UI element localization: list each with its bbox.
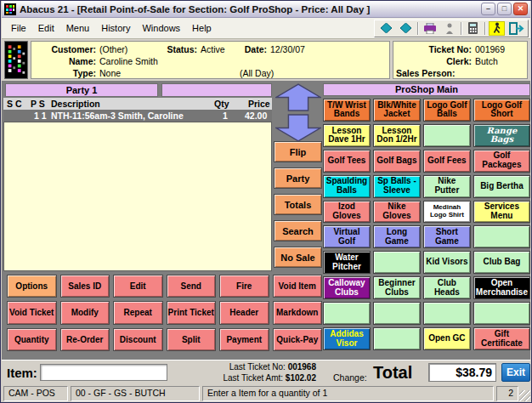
- scroll-up-icon[interactable]: [275, 83, 321, 111]
- action-re-order-button[interactable]: Re-Order: [60, 328, 110, 351]
- prod-blk-white-jacket-button[interactable]: Blk/White Jacket: [373, 99, 421, 122]
- action-sales-id-button[interactable]: Sales ID: [60, 275, 110, 298]
- prod-open-gc-button[interactable]: Open GC: [423, 327, 471, 350]
- prod-blank-button-35[interactable]: [473, 302, 530, 325]
- prod-sp-balls-sleeve-button[interactable]: Sp Balls - Sleeve: [373, 175, 421, 198]
- main-area: Party 1 S C P S Description Qty Price 1 …: [2, 81, 530, 360]
- prod-blank-button-23[interactable]: [473, 225, 530, 248]
- prod-nike-putter-button[interactable]: Nike Putter: [423, 175, 471, 198]
- action-send-button[interactable]: Send: [167, 275, 217, 298]
- prod-golf-tees-button[interactable]: Golf Tees: [323, 150, 371, 173]
- prod-blank-button-32[interactable]: [323, 302, 371, 325]
- prod-t-w-wrist-bands-button[interactable]: T/W Wrist Bands: [323, 99, 371, 122]
- prod-beginner-clubs-button[interactable]: Beginner Clubs: [373, 276, 421, 299]
- action-markdown-button[interactable]: Markdown: [273, 301, 323, 324]
- prod-logo-golf-balls-button[interactable]: Logo Golf Balls: [423, 99, 471, 122]
- prod-izod-gloves-button[interactable]: Izod Gloves: [323, 201, 371, 224]
- last-ticket-no-value: 001968: [288, 362, 316, 372]
- prod-services-menu-button[interactable]: Services Menu: [473, 201, 530, 224]
- item-input[interactable]: [40, 364, 167, 381]
- action-options-button[interactable]: Options: [7, 275, 57, 298]
- resize-grip[interactable]: [519, 390, 530, 401]
- menu-windows[interactable]: Windows: [136, 20, 186, 37]
- calculator-icon[interactable]: [465, 21, 481, 36]
- col-sc: S C: [7, 99, 22, 109]
- prod-long-game-button[interactable]: Long Game: [373, 225, 421, 248]
- last-ticket-info: Last Ticket No: 001968 Last Ticket Amt: …: [176, 362, 316, 383]
- prod-big-bertha-button[interactable]: Big Bertha: [473, 175, 530, 198]
- action-print-ticket-button[interactable]: Print Ticket: [167, 301, 217, 324]
- print-icon[interactable]: [422, 21, 438, 36]
- prod-water-pitcher-button[interactable]: Water Pitcher: [323, 251, 371, 274]
- prod-calloway-clubs-button[interactable]: Calloway Clubs: [323, 276, 371, 299]
- action-void-item-button[interactable]: Void Item: [273, 275, 323, 298]
- action-header-button[interactable]: Header: [219, 301, 269, 324]
- menu-history[interactable]: History: [95, 20, 136, 37]
- change-label: Change:: [333, 372, 367, 383]
- walkout-icon[interactable]: [489, 21, 505, 36]
- nav-flip-button[interactable]: Flip: [274, 141, 322, 162]
- toolbar-divider: [484, 22, 485, 35]
- forward-icon[interactable]: [398, 21, 414, 36]
- prod-golf-bags-button[interactable]: Golf Bags: [373, 150, 421, 173]
- action-button-grid: OptionsSales IDEditSendFireVoid ItemVoid…: [7, 275, 322, 351]
- nav-totals-button[interactable]: Totals: [274, 194, 322, 215]
- col-ps: P S: [31, 99, 45, 109]
- close-button[interactable]: ✕: [513, 3, 528, 15]
- prod-nike-gloves-button[interactable]: Nike Gloves: [373, 201, 421, 224]
- prod-range-bags-button[interactable]: Range Bags: [473, 124, 530, 147]
- prod-club-bag-button[interactable]: Club Bag: [473, 251, 530, 274]
- total-value: $38.79: [428, 363, 496, 382]
- action-quick-pay-button[interactable]: Quick-Pay: [273, 328, 323, 351]
- minimize-button[interactable]: –: [481, 3, 495, 15]
- action-fire-button[interactable]: Fire: [219, 275, 269, 298]
- prod-spaulding-balls-button[interactable]: Spaulding Balls: [323, 175, 371, 198]
- prod-blank-button-6[interactable]: [423, 124, 471, 147]
- clerk-icon[interactable]: [441, 21, 457, 36]
- proshop-header: ProShop Main: [323, 83, 530, 96]
- menu-edit[interactable]: Edit: [32, 20, 60, 37]
- prod-golf-fees-button[interactable]: Golf Fees: [423, 150, 471, 173]
- action-split-button[interactable]: Split: [167, 328, 217, 351]
- action-edit-button[interactable]: Edit: [113, 275, 163, 298]
- action-void-ticket-button[interactable]: Void Ticket: [7, 301, 57, 324]
- exit-door-icon[interactable]: [508, 21, 524, 36]
- action-quantity-button[interactable]: Quantity: [7, 328, 57, 351]
- exit-button[interactable]: Exit: [501, 363, 530, 382]
- ticket-line-item[interactable]: 1 1 NTH-11:56am-3 Smith, Caroline 1 42.0…: [3, 110, 272, 122]
- prod-virtual-golf-button[interactable]: Virtual Golf: [323, 225, 371, 248]
- prod-blank-button-37[interactable]: [373, 327, 421, 350]
- action-payment-button[interactable]: Payment: [219, 328, 269, 351]
- prod-gift-certificate-button[interactable]: Gift Certificate: [473, 327, 530, 350]
- prod-blank-button-33[interactable]: [373, 302, 421, 325]
- menu-menu[interactable]: Menu: [60, 20, 96, 37]
- prod-logo-golf-short-button[interactable]: Logo Golf Short: [473, 99, 530, 122]
- party-tab-empty[interactable]: [161, 83, 272, 97]
- back-icon[interactable]: [378, 21, 394, 36]
- action-discount-button[interactable]: Discount: [113, 328, 163, 351]
- item-bar: Item: Last Ticket No: 001968 Last Ticket…: [2, 360, 530, 384]
- restore-button[interactable]: □: [497, 3, 512, 15]
- prod-addidas-visor-button[interactable]: Addidas Visor: [323, 327, 371, 350]
- prod-kid-visors-button[interactable]: Kid Visors: [423, 251, 471, 274]
- nav-no-sale-button[interactable]: No Sale: [274, 247, 322, 268]
- scroll-down-icon[interactable]: [275, 114, 321, 142]
- prod-lesson-don-1-2hr-button[interactable]: Lesson Don 1/2Hr: [373, 124, 421, 147]
- menu-file[interactable]: File: [5, 20, 32, 37]
- prod-club-heads-button[interactable]: Club Heads: [423, 276, 471, 299]
- prod-golf-packages-button[interactable]: Golf Packages: [473, 150, 530, 173]
- prod-open-merchandise-button[interactable]: Open Merchandise: [473, 276, 530, 299]
- prod-blank-button-25[interactable]: [373, 251, 421, 274]
- nav-party-button[interactable]: Party: [274, 167, 322, 189]
- menu-help[interactable]: Help: [186, 20, 218, 37]
- party-tab[interactable]: Party 1: [5, 83, 158, 97]
- nav-search-button[interactable]: Search: [274, 220, 322, 241]
- action-repeat-button[interactable]: Repeat: [113, 301, 163, 324]
- item-label: Item:: [7, 366, 37, 380]
- action-modify-button[interactable]: Modify: [60, 301, 110, 324]
- prod-lesson-dave-1hr-button[interactable]: Lesson Dave 1Hr: [323, 124, 371, 147]
- type-value: None: [99, 68, 121, 78]
- prod-medinah-logo-shirt-button[interactable]: Medinah Logo Shirt: [423, 201, 471, 224]
- prod-short-game-button[interactable]: Short Game: [423, 225, 471, 248]
- prod-blank-button-34[interactable]: [423, 302, 471, 325]
